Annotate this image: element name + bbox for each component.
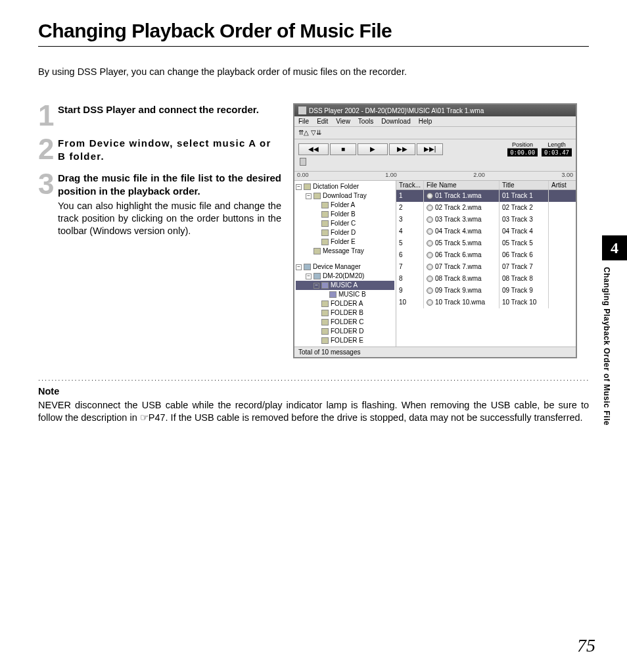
divider-dots: ........................................… bbox=[38, 374, 589, 382]
chapter-number: 4 bbox=[602, 235, 627, 260]
menu-view[interactable]: View bbox=[336, 118, 350, 125]
step-number-3: 3 bbox=[38, 172, 55, 237]
table-row[interactable]: 808 Track 8.wma08 Track 8 bbox=[396, 273, 576, 285]
music-folder-icon bbox=[329, 291, 337, 298]
menu-help[interactable]: Help bbox=[419, 118, 432, 125]
folder-icon bbox=[321, 328, 329, 335]
order-toolbar[interactable]: ⇈△ ▽⇊ bbox=[294, 127, 576, 139]
folder-icon bbox=[321, 300, 329, 307]
collapse-icon[interactable]: − bbox=[314, 283, 319, 289]
time-ruler: 0.001.002.003.00 bbox=[294, 172, 576, 181]
disc-icon bbox=[427, 228, 433, 235]
app-window: DSS Player 2002 - DM-20(DM20)\MUSIC A\01… bbox=[293, 103, 577, 358]
menu-tools[interactable]: Tools bbox=[358, 118, 373, 125]
collapse-icon[interactable]: − bbox=[306, 274, 312, 279]
disc-icon bbox=[427, 204, 433, 211]
table-row[interactable]: 505 Track 5.wma05 Track 5 bbox=[396, 237, 576, 249]
disc-icon bbox=[427, 252, 433, 258]
folder-icon bbox=[321, 310, 329, 316]
file-list[interactable]: Track... File Name Title Artist 101 Trac… bbox=[396, 181, 576, 347]
next-button[interactable]: ▶▶| bbox=[417, 143, 443, 155]
position-label: Position bbox=[507, 141, 538, 149]
playback-toolbar: ◀◀ ■ ▶ ▶▶ ▶▶| Position0:00.00 Length0:03… bbox=[294, 139, 576, 172]
collapse-icon[interactable]: − bbox=[296, 184, 302, 190]
disc-icon bbox=[427, 216, 433, 223]
folder-icon bbox=[321, 239, 329, 245]
col-artist[interactable]: Artist bbox=[549, 181, 576, 189]
step-head-3: Drag the music file in the file list to … bbox=[58, 172, 281, 197]
steps-column: 1 Start DSS Player and connect the recor… bbox=[38, 103, 281, 358]
folder-icon bbox=[321, 337, 329, 344]
folder-icon bbox=[321, 220, 329, 227]
status-bar: Total of 10 messages bbox=[294, 347, 576, 357]
folder-icon bbox=[304, 183, 311, 190]
file-list-header: Track... File Name Title Artist bbox=[396, 181, 576, 190]
col-filename[interactable]: File Name bbox=[424, 181, 499, 189]
table-row[interactable]: 101 Track 1.wma01 Track 1 bbox=[396, 190, 576, 202]
disc-icon bbox=[427, 264, 433, 270]
table-row[interactable]: 606 Track 6.wma06 Track 6 bbox=[396, 249, 576, 261]
window-title: DSS Player 2002 - DM-20(DM20)\MUSIC A\01… bbox=[309, 107, 484, 114]
col-title[interactable]: Title bbox=[499, 181, 549, 189]
disc-icon bbox=[427, 193, 433, 199]
device-icon bbox=[314, 273, 321, 279]
position-value: 0:00.00 bbox=[507, 149, 538, 156]
folder-tree[interactable]: −Dictation Folder −Download Tray Folder … bbox=[294, 181, 396, 347]
note-heading: Note bbox=[38, 386, 589, 396]
menu-file[interactable]: File bbox=[298, 118, 309, 125]
note-text: NEVER disconnect the USB cable while the… bbox=[38, 399, 589, 424]
step-head-1: Start DSS Player and connect the recorde… bbox=[58, 103, 281, 116]
disc-icon bbox=[427, 276, 433, 282]
rewind-button[interactable]: ◀◀ bbox=[298, 143, 329, 155]
table-row[interactable]: 303 Track 3.wma03 Track 3 bbox=[396, 214, 576, 226]
table-row[interactable]: 909 Track 9.wma09 Track 9 bbox=[396, 285, 576, 297]
folder-icon bbox=[314, 193, 321, 199]
stop-button[interactable]: ■ bbox=[330, 143, 356, 155]
ff-button[interactable]: ▶▶ bbox=[389, 143, 415, 155]
step-text-3: You can also highlight the music file an… bbox=[58, 200, 281, 237]
step-number-2: 2 bbox=[38, 137, 55, 162]
step-number-1: 1 bbox=[38, 103, 55, 128]
table-row[interactable]: 202 Track 2.wma02 Track 2 bbox=[396, 202, 576, 214]
folder-icon bbox=[314, 248, 321, 254]
music-folder-icon bbox=[321, 282, 329, 289]
folder-icon bbox=[321, 229, 329, 236]
disc-icon bbox=[427, 240, 433, 247]
page-title: Changing Playback Order of Music File bbox=[38, 20, 589, 42]
menu-download[interactable]: Download bbox=[381, 118, 410, 125]
device-icon bbox=[304, 264, 311, 270]
play-button[interactable]: ▶ bbox=[358, 143, 388, 155]
table-row[interactable]: 404 Track 4.wma04 Track 4 bbox=[396, 226, 576, 237]
menubar: File Edit View Tools Download Help bbox=[294, 116, 576, 127]
table-row[interactable]: 1010 Track 10.wma10 Track 10 bbox=[396, 297, 576, 308]
intro-text: By using DSS Player, you can change the … bbox=[38, 66, 589, 77]
collapse-icon[interactable]: − bbox=[306, 193, 312, 199]
disc-icon bbox=[427, 287, 433, 294]
chapter-tab: 4 Changing Playback Order of Music File bbox=[602, 235, 627, 425]
folder-icon bbox=[321, 202, 329, 208]
folder-icon bbox=[321, 211, 329, 218]
position-slider[interactable] bbox=[298, 158, 572, 167]
title-rule bbox=[38, 46, 589, 47]
length-value: 0:03.47 bbox=[542, 149, 572, 156]
step-head-2: From Device window, select music A or B … bbox=[58, 137, 281, 162]
slider-thumb-icon[interactable] bbox=[300, 158, 306, 166]
table-row[interactable]: 707 Track 7.wma07 Track 7 bbox=[396, 261, 576, 273]
side-title: Changing Playback Order of Music File bbox=[602, 267, 611, 425]
menu-edit[interactable]: Edit bbox=[317, 118, 328, 125]
collapse-icon[interactable]: − bbox=[296, 264, 302, 270]
app-icon bbox=[298, 107, 306, 114]
titlebar: DSS Player 2002 - DM-20(DM20)\MUSIC A\01… bbox=[294, 105, 576, 116]
folder-icon bbox=[321, 319, 329, 325]
length-label: Length bbox=[542, 141, 572, 149]
page-number: 75 bbox=[577, 635, 595, 656]
disc-icon bbox=[427, 299, 433, 306]
col-track[interactable]: Track... bbox=[396, 181, 424, 189]
